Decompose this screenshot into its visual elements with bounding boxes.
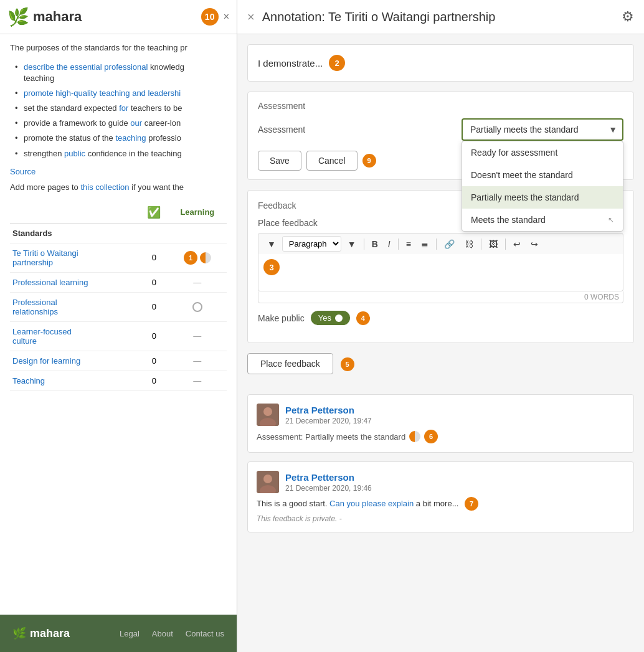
footer-logo-text: mahara — [30, 627, 70, 640]
toolbar-dropdown-arrow[interactable]: ▼ — [263, 237, 280, 252]
standards-table: ✅ Learning Standards Te Tiriti o Waitang… — [10, 202, 227, 391]
dropdown-option-ready[interactable]: Ready for assessment — [462, 141, 623, 164]
toolbar-separator-3 — [436, 239, 437, 250]
bold-button[interactable]: B — [368, 237, 382, 252]
add-pages-text: Add more pages to this collection if you… — [10, 182, 227, 192]
footer-about[interactable]: About — [152, 629, 173, 638]
footer-links: Legal About Contact us — [120, 629, 224, 638]
make-public-toggle[interactable]: Yes — [311, 311, 350, 325]
comment-badge-1: 6 — [424, 430, 438, 443]
paragraph-expand-btn[interactable]: ▼ — [344, 237, 360, 252]
left-content: The purposes of the standards for the te… — [0, 34, 237, 615]
assessment-section-label: Assessment — [258, 101, 623, 111]
bullet-list: describe the essential professional know… — [10, 62, 227, 159]
highlight-text: Can you please explain — [329, 499, 414, 508]
standard-link-6[interactable]: Teaching — [12, 376, 45, 385]
footer-legal[interactable]: Legal — [120, 629, 140, 638]
undo-button[interactable]: ↩ — [509, 237, 524, 252]
footer-logo: 🌿 mahara — [12, 626, 70, 640]
cancel-button[interactable]: Cancel — [306, 151, 358, 171]
score-5: 0 — [152, 356, 156, 366]
close-left-icon[interactable]: × — [224, 11, 229, 22]
dash-icon-6: — — [193, 376, 201, 385]
place-feedback-button[interactable]: Place feedback — [247, 353, 333, 374]
toggle-badge: 4 — [356, 311, 370, 325]
redo-button[interactable]: ↪ — [527, 237, 542, 252]
badge-1: 1 — [184, 251, 197, 265]
toggle-dot — [335, 314, 343, 322]
right-content: I demonstrate... 2 Assessment Assessment… — [237, 34, 644, 551]
ordered-list-button[interactable]: ≣ — [417, 237, 432, 252]
comment-author-info-2: Petra Petterson 21 December 2020, 19:46 — [285, 472, 372, 493]
dash-icon-5: — — [193, 356, 201, 366]
assessment-section-box: Assessment Assessment Ready for assessme… — [247, 92, 634, 180]
comment-badge-2: 7 — [465, 497, 478, 511]
standard-link-1[interactable]: Te Tiriti o Waitangipartnership — [12, 248, 78, 267]
comment-date-1: 21 December 2020, 19:47 — [285, 417, 372, 425]
standard-link-5[interactable]: Design for learning — [12, 356, 80, 366]
comment-author-info-1: Petra Petterson 21 December 2020, 19:47 — [285, 405, 372, 425]
list-item: describe the essential professional know… — [15, 62, 227, 84]
standard-link-2[interactable]: Professional learning — [12, 278, 88, 287]
collection-link[interactable]: this collection — [80, 182, 129, 192]
dropdown-option-meets[interactable]: Meets the standard ↖ — [462, 209, 623, 231]
demonstrate-badge: 2 — [329, 55, 345, 71]
image-button[interactable]: 🖼 — [485, 237, 501, 252]
left-header: 🌿 mahara 10 × — [0, 0, 237, 34]
score-1: 0 — [152, 253, 156, 262]
table-row: Te Tiriti o Waitangipartnership 0 1 — [10, 243, 227, 272]
link-button[interactable]: 🔗 — [440, 237, 458, 252]
unlink-button[interactable]: ⛓ — [461, 237, 477, 252]
assessment-content-1: Assessment: Partially meets the standard — [257, 432, 405, 442]
dash-icon-2: — — [193, 278, 201, 287]
logo[interactable]: 🌿 mahara — [7, 7, 82, 27]
toolbar-separator-4 — [481, 239, 481, 250]
standard-link-4[interactable]: Learner-focusedculture — [12, 327, 72, 346]
right-panel: × Annotation: Te Tiriti o Waitangi partn… — [237, 0, 644, 652]
list-item: promote the status of the teaching profe… — [15, 133, 227, 144]
avatar-2 — [257, 471, 279, 493]
list-item: provide a framework to guide our career-… — [15, 118, 227, 129]
editor-badge: 3 — [263, 259, 280, 275]
unordered-list-button[interactable]: ≡ — [402, 237, 415, 252]
standard-link-3[interactable]: Professionalrelationships — [12, 298, 58, 316]
demonstrate-section: I demonstrate... 2 — [247, 44, 634, 82]
comment-header-1: Petra Petterson 21 December 2020, 19:47 — [257, 404, 625, 426]
avatar-1 — [257, 404, 279, 426]
table-header-learning: Learning — [168, 202, 227, 224]
score-3: 0 — [152, 302, 156, 311]
footer-contact[interactable]: Contact us — [186, 629, 224, 638]
assessment-select[interactable]: Ready for assessment Doesn't meet the st… — [462, 118, 623, 141]
circle-outline-icon — [192, 302, 202, 312]
avatar-img-1 — [257, 404, 279, 426]
toolbar-separator-2 — [398, 239, 399, 250]
assessment-label: Assessment — [258, 125, 305, 135]
table-row: Design for learning 0 — — [10, 351, 227, 371]
settings-icon[interactable]: ⚙ — [622, 9, 634, 25]
source-link[interactable]: Source — [10, 167, 227, 176]
dropdown-option-partially[interactable]: Partially meets the standard — [462, 186, 623, 209]
cancel-badge: 9 — [362, 154, 376, 168]
table-section-header: Standards — [10, 223, 227, 243]
left-panel: 🌿 mahara 10 × The purposes of the standa… — [0, 0, 237, 652]
logo-icon: 🌿 — [7, 7, 29, 27]
save-button[interactable]: Save — [258, 151, 301, 171]
cursor-icon: ↖ — [608, 215, 614, 224]
check-icon: ✅ — [147, 206, 161, 219]
paragraph-select[interactable]: Paragraph — [282, 236, 341, 252]
dropdown-option-doesnt[interactable]: Doesn't meet the standard — [462, 164, 623, 186]
word-count: 0 WORDS — [258, 291, 623, 303]
meets-label: Meets the standard — [471, 215, 546, 225]
place-feedback-container: Place feedback 5 — [247, 353, 634, 384]
svg-point-1 — [263, 407, 272, 416]
comment-author-2: Petra Petterson — [285, 472, 372, 483]
close-icon[interactable]: × — [247, 10, 255, 24]
table-row: Teaching 0 — — [10, 371, 227, 390]
make-public-label: Make public — [258, 313, 305, 323]
editor-area[interactable]: 3 — [258, 254, 623, 291]
comment-card-2: Petra Petterson 21 December 2020, 19:46 … — [247, 461, 634, 532]
italic-button[interactable]: I — [384, 237, 394, 252]
score-2: 0 — [152, 278, 156, 287]
notification-badge[interactable]: 10 — [201, 8, 219, 26]
table-header-standards — [10, 202, 140, 224]
